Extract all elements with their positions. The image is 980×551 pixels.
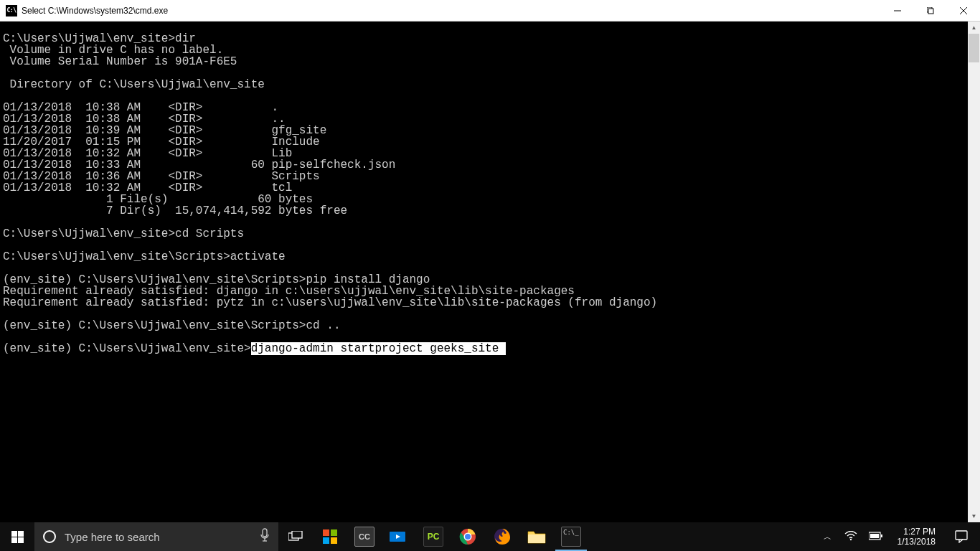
cortana-icon [43,530,56,543]
taskbar-app-movies[interactable] [382,522,416,551]
taskbar-app-cmd[interactable]: C:\_ [554,522,588,551]
maximize-button[interactable] [914,0,947,21]
task-view-button[interactable] [278,522,313,551]
system-tray: ︿ 1:27 PM 1/13/2018 [815,522,980,551]
battery-icon[interactable] [866,531,886,542]
svg-rect-9 [263,529,267,537]
window-controls [881,0,980,21]
notification-icon [955,530,968,543]
svg-rect-15 [331,529,337,536]
output-line: Requirement already satisfied: pytz in c… [3,296,657,309]
svg-rect-29 [956,531,967,540]
output-line: Volume Serial Number is 901A-F6E5 [3,55,237,68]
svg-rect-2 [928,9,933,14]
svg-rect-7 [11,537,17,543]
chrome-icon [458,527,478,547]
taskbar-app-firefox[interactable] [485,522,519,551]
pycharm-icon: PC [423,527,443,547]
svg-rect-28 [881,534,882,537]
prompt: (env_site) C:\Users\Ujjwal\env_site> [3,342,251,355]
task-icons: CC PC C:\_ [313,522,588,551]
scroll-up-icon[interactable]: ▲ [968,22,980,34]
svg-rect-27 [870,534,879,538]
output-line: C:\Users\Ujjwal\env_site>cd Scripts [3,227,244,240]
wifi-icon[interactable] [842,531,860,543]
cmd-app-icon: C:\_ [561,527,581,547]
search-box[interactable]: Type here to search [34,522,278,551]
minimize-button[interactable] [881,0,914,21]
scroll-thumb[interactable] [969,34,979,62]
svg-rect-6 [18,531,24,537]
svg-rect-5 [11,531,17,537]
svg-rect-13 [292,531,302,538]
search-placeholder: Type here to search [65,531,251,543]
svg-rect-16 [323,537,329,544]
scroll-down-icon[interactable]: ▼ [968,510,980,522]
office-icon [320,527,340,547]
output-line: Directory of C:\Users\Ujjwal\env_site [3,78,265,91]
start-button[interactable] [0,522,34,551]
cmd-icon: C:\ [6,5,17,17]
svg-rect-14 [323,529,329,536]
terminal-content[interactable]: C:\Users\Ujjwal\env_site>dir Volume in d… [0,22,968,522]
clock-date: 1/13/2018 [897,537,936,547]
svg-point-22 [465,534,471,540]
taskbar: Type here to search CC PC C:\_ ︿ [0,522,980,551]
tray-overflow-button[interactable]: ︿ [819,532,836,542]
svg-rect-8 [18,537,24,543]
taskbar-app-captions[interactable]: CC [347,522,382,551]
folder-icon [527,527,547,547]
selected-command[interactable]: django-admin startproject geeks_site [251,342,506,355]
output-line: (env_site) C:\Users\Ujjwal\env_site\Scri… [3,319,340,332]
clock[interactable]: 1:27 PM 1/13/2018 [892,527,941,547]
cc-icon: CC [354,527,374,547]
taskbar-app-pycharm[interactable]: PC [416,522,451,551]
terminal-body: C:\Users\Ujjwal\env_site>dir Volume in d… [0,22,980,522]
movies-icon [389,527,409,547]
microphone-icon[interactable] [260,528,270,545]
taskbar-app-office[interactable] [313,522,347,551]
vertical-scrollbar[interactable]: ▲ ▼ [968,22,980,522]
output-line: 7 Dir(s) 15,074,414,592 bytes free [3,204,347,217]
cmd-window: C:\ Select C:\Windows\system32\cmd.exe C… [0,0,980,522]
taskbar-app-chrome[interactable] [451,522,485,551]
titlebar[interactable]: C:\ Select C:\Windows\system32\cmd.exe [0,0,980,22]
output-line: C:\Users\Ujjwal\env_site\Scripts>activat… [3,250,286,263]
windows-logo-icon [11,531,24,543]
clock-time: 1:27 PM [897,527,936,537]
action-center-button[interactable] [947,530,976,543]
taskbar-app-explorer[interactable] [519,522,554,551]
close-button[interactable] [947,0,980,21]
firefox-icon [492,527,512,547]
svg-point-25 [849,538,851,540]
svg-rect-17 [331,537,337,544]
task-view-icon [288,531,303,542]
window-title: Select C:\Windows\system32\cmd.exe [22,6,881,16]
svg-rect-24 [528,534,545,543]
